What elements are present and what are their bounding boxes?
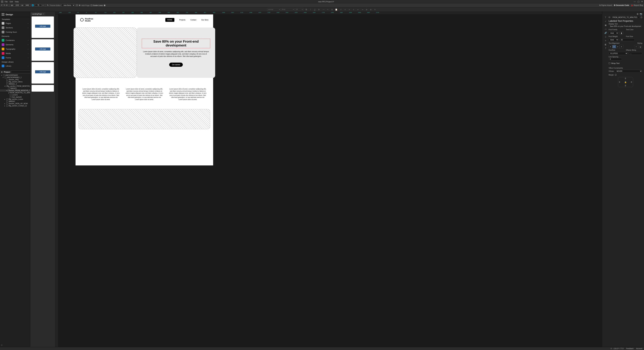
margin-left-input[interactable]: 0 <box>619 81 620 83</box>
status-account[interactable]: Account <box>636 348 642 350</box>
italic-icon[interactable]: I <box>309 8 312 11</box>
figma-import-button[interactable]: ⧉ Figma Import <box>599 4 612 6</box>
tree-row[interactable]: ▾Big_section_FROM_MONTHS_TO_M <box>0 85 30 87</box>
column-text[interactable]: Lorem ipsum dolor sit amet, consetetur s… <box>169 88 206 101</box>
clear-icon[interactable]: A <box>373 8 377 11</box>
list-ol-icon[interactable]: ≣ <box>365 8 368 11</box>
tree-row[interactable]: Section_FAQ <box>0 78 30 81</box>
page-thumbnail[interactable]: Add page <box>32 62 54 84</box>
add-page-overlay[interactable]: Add page <box>35 25 50 28</box>
layers-icon[interactable]: ◧ <box>605 43 606 46</box>
vgrow-select[interactable]: NEVER <box>615 70 642 73</box>
font-weight-select[interactable]: Bold <box>608 38 619 42</box>
align-left-icon[interactable]: ≡ <box>339 8 343 11</box>
get-started-button[interactable]: Get started <box>169 62 183 67</box>
margin-top-input[interactable]: 0 <box>625 78 626 79</box>
tree-row[interactable]: ▸Big_section_Contact_us <box>0 105 30 107</box>
status-feedback[interactable]: Feedback <box>626 348 634 350</box>
image-placeholder[interactable] <box>78 109 210 129</box>
sidebar-item-pages[interactable]: Pages› <box>0 21 30 26</box>
overflow-select[interactable]: ELLIPSIS <box>608 52 628 55</box>
add-page-button[interactable]: Add Page <box>82 4 90 6</box>
height-input[interactable] <box>24 4 30 6</box>
style-combo[interactable]: normal▾ <box>267 8 281 11</box>
close-icon[interactable]: ✕ <box>641 0 643 3</box>
guide-lines-checkbox[interactable]: ✓ Guide Lines <box>91 4 103 6</box>
align-right-icon[interactable]: ≡ <box>348 8 351 11</box>
tree-row[interactable]: Big_section_Menu <box>0 81 30 83</box>
page-thumbnail[interactable] <box>32 85 54 92</box>
list-ul-icon[interactable]: ≣ <box>369 8 372 11</box>
tree-row[interactable]: Get_started1 <box>0 96 30 98</box>
align-right-button[interactable]: ≡ <box>616 45 620 48</box>
sidebar-item-coming-soon[interactable]: Coming Soon <box>0 30 30 34</box>
typography-icon[interactable]: Ƭ <box>605 47 606 50</box>
add-page-overlay[interactable]: Add page <box>35 70 50 73</box>
maximize-icon[interactable]: ▢ <box>638 0 640 3</box>
font-combo[interactable]: Arial▾ <box>281 8 294 11</box>
canvas-viewport[interactable]: PixelFreeStudio HOME Projects Contact Ou… <box>56 14 602 347</box>
sidebar-item-sections[interactable]: Sections› <box>0 26 30 30</box>
page-thumbnail[interactable]: Add page <box>32 39 54 61</box>
strike-icon[interactable]: S <box>317 8 321 11</box>
sidebar-item-containers[interactable]: Containers› <box>0 38 30 42</box>
gear-icon[interactable]: ⚙ <box>636 13 639 15</box>
menu-help[interactable]: Help <box>15 1 19 3</box>
text-tool-icon[interactable]: T <box>605 16 606 18</box>
tree-row[interactable]: IMAGE1 <box>0 87 30 90</box>
info-icon[interactable]: ⓘ <box>76 4 78 6</box>
paste-icon[interactable]: 📋 <box>334 8 338 11</box>
hierarchy-icon[interactable]: ⚇ <box>0 344 3 347</box>
align-left-button[interactable]: ≡ <box>608 45 612 48</box>
sidebar-item-forms[interactable]: Forms› <box>0 56 30 60</box>
cut-icon[interactable]: ✂ <box>326 8 330 11</box>
tree-row[interactable]: Lorem1 <box>0 94 30 96</box>
globe-icon[interactable]: 🌐 <box>32 4 34 6</box>
text-color-swatch[interactable]: ▮ <box>620 32 623 35</box>
hero-title-selected[interactable]: Save 80% on your Front-end development <box>142 39 210 48</box>
camera-icon[interactable]: 📷 <box>640 13 642 15</box>
plus-icon[interactable]: ⊕ <box>79 4 80 6</box>
nav-home[interactable]: HOME <box>165 18 174 22</box>
underline-button[interactable]: U <box>639 45 642 48</box>
tree-row[interactable]: ▾ANCHORPANE1_1 <box>0 76 30 78</box>
sidebar-item-typography[interactable]: Typography› <box>0 47 30 51</box>
menu-edit[interactable]: Edit <box>10 1 13 3</box>
size-combo[interactable]: 16▾ <box>295 8 304 11</box>
ellipsis-input[interactable] <box>629 52 642 55</box>
generate-code-button[interactable]: ⚙ Generate Code <box>614 4 629 6</box>
tree-row[interactable]: IMAGE2 <box>0 100 30 102</box>
hero-paragraph[interactable]: Lorem ipsum dolor sit amet, consetetur s… <box>142 50 210 58</box>
design-mode-header[interactable]: Design <box>0 12 30 17</box>
project-tree[interactable]: ▾ANCHORPANE2▾ANCHORPANE1_1Section_FAQBig… <box>0 74 30 344</box>
refresh-icon[interactable]: ⟳ <box>6 4 8 6</box>
zoom-chevron-icon[interactable]: ▾ <box>43 4 44 6</box>
add-page-overlay[interactable]: Add page <box>35 48 50 50</box>
page-thumbnail[interactable]: Add page <box>32 16 54 38</box>
align-center-button[interactable]: ≡ <box>612 45 616 48</box>
indent-inc-icon[interactable]: ⇥ <box>360 8 364 11</box>
tree-row[interactable]: FROM_MONTHS_TO_MINUTES <box>0 92 30 94</box>
tree-row[interactable]: ▾ANCHORPANE2 <box>0 74 30 76</box>
align-justify-button[interactable]: ≡ <box>620 45 623 48</box>
page-canvas[interactable]: PixelFreeStudio HOME Projects Contact Ou… <box>76 14 213 166</box>
margin-bottom-input[interactable]: 0 <box>625 85 626 86</box>
redo-icon[interactable]: ↷ <box>4 4 5 6</box>
hero-text-section[interactable]: Save 80% on your Front-end development L… <box>137 28 215 78</box>
wrap-text-checkbox[interactable] <box>608 62 610 64</box>
bold-icon[interactable]: B <box>304 8 308 11</box>
report-bug-button[interactable]: 🐞 Report Bug <box>631 4 643 6</box>
margin-right-input[interactable]: 0 <box>631 81 632 83</box>
info-icon[interactable]: ⓘ <box>615 74 617 76</box>
theme-edit-icon[interactable]: ✎ <box>47 4 48 6</box>
width-input[interactable] <box>14 4 20 6</box>
display-text-input[interactable] <box>608 25 642 28</box>
sidebar-item-library[interactable]: Library› <box>0 64 30 68</box>
tree-row[interactable]: ▸Big_section_Lorem <box>0 98 30 100</box>
minus-icon[interactable]: — <box>322 8 326 11</box>
layer-icon[interactable]: ▣ <box>605 24 606 26</box>
expand-icon[interactable]: ⤢ <box>605 20 606 22</box>
align-tool-icon[interactable]: ≡ <box>605 40 606 42</box>
margin-lock-icon[interactable]: 🔒 <box>624 81 627 83</box>
nav-our-story[interactable]: Our Story <box>201 19 208 21</box>
